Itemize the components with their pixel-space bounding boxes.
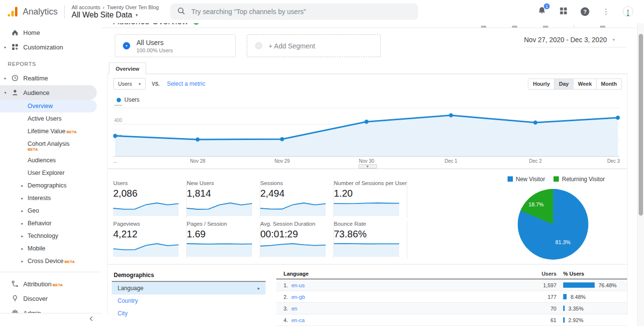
chart-controls: Users ▾ VS. Select a metric HourlyDayWee… — [113, 78, 622, 90]
sidebar-item-realtime[interactable]: ▸Realtime — [0, 71, 97, 85]
metric-label[interactable]: New Users — [187, 180, 252, 186]
metric-dropdown[interactable]: Users ▾ — [113, 78, 146, 90]
metric-sparkline — [260, 242, 326, 257]
table-row-en-us: 1.en-us1,59776.48% — [276, 279, 627, 291]
kebab-menu-button[interactable]: ⋮ — [602, 7, 610, 16]
page-title: Audience Overview — [113, 23, 188, 27]
sidebar-item-audience[interactable]: ▾Audience — [0, 85, 97, 100]
search-bar[interactable] — [170, 3, 418, 20]
sidebar-item-label: User Explorer — [28, 170, 64, 176]
group-title-demographics: Demographics — [112, 269, 266, 282]
sidebar-section-label: REPORTS — [8, 61, 102, 67]
sidebar-item-home[interactable]: Home — [0, 25, 97, 40]
sidebar-item-cohort-analysis[interactable]: Cohort AnalysisBETA — [0, 138, 97, 154]
legend-new-visitor: New Visitor — [508, 176, 545, 183]
sidebar-item-cross-device[interactable]: ▸Cross DeviceBETA — [0, 255, 97, 267]
dimension-country[interactable]: Country — [112, 295, 266, 307]
metric-label[interactable]: Avg. Session Duration — [260, 221, 326, 227]
granularity-hourly[interactable]: Hourly — [528, 79, 554, 89]
sidebar-item-audiences[interactable]: Audiences — [0, 154, 97, 167]
metric-label[interactable]: Number of Sessions per User — [334, 180, 399, 186]
date-range-picker[interactable]: Nov 27, 2020 - Dec 3, 2020 ▾ — [524, 36, 627, 47]
main-content: Audience Overview All Users 100.00% User… — [102, 23, 644, 326]
notifications-button[interactable]: 1 — [538, 6, 546, 17]
sidebar-item-active-users[interactable]: Active Users — [0, 112, 97, 125]
language-link[interactable]: en — [291, 306, 297, 311]
chevron-right-icon[interactable]: ▸ — [21, 196, 28, 201]
chevron-right-icon[interactable]: ▸ — [3, 76, 8, 80]
metric-label[interactable]: Sessions — [260, 180, 326, 186]
sidebar-item-technology[interactable]: ▸Technology — [0, 230, 97, 242]
granularity-week[interactable]: Week — [573, 79, 596, 89]
segment-all-users[interactable]: All Users 100.00% Users — [115, 34, 236, 57]
sidebar-item-attribution[interactable]: AttributionBETA — [0, 277, 97, 291]
row-rank: 1. — [284, 282, 288, 288]
chevron-left-icon — [88, 315, 95, 322]
scrollbar-thumb[interactable] — [639, 34, 643, 216]
chevron-down-icon: ▾ — [613, 37, 615, 42]
help-button[interactable]: ? — [581, 7, 589, 16]
metric-label[interactable]: Pageviews — [113, 221, 179, 227]
add-segment-button[interactable]: + Add Segment — [247, 34, 381, 57]
dimension-city[interactable]: City — [112, 307, 266, 320]
view-name: All Web Site Data — [72, 11, 132, 19]
chevron-right-icon[interactable]: ▸ — [21, 234, 28, 238]
analytics-logo[interactable]: Analytics — [0, 6, 58, 17]
metric-sparkline — [334, 242, 399, 257]
pct-value: 2.92% — [569, 317, 584, 323]
sidebar-item-demographics[interactable]: ▸Demographics — [0, 179, 97, 192]
sidebar-item-overview[interactable]: Overview — [0, 100, 97, 112]
chevron-right-icon[interactable]: ▸ — [21, 209, 28, 213]
tab-overview[interactable]: Overview — [109, 62, 146, 74]
select-metric-link[interactable]: Select a metric — [167, 80, 205, 87]
chevron-down-icon[interactable]: ▾ — [3, 91, 8, 95]
search-input[interactable] — [191, 8, 411, 16]
sidebar-item-geo[interactable]: ▸Geo — [0, 204, 97, 217]
view-selector[interactable]: All Web Site Data ▾ — [72, 11, 159, 19]
language-link[interactable]: en-ca — [291, 317, 305, 323]
col-header-pct-users: % Users — [556, 271, 627, 277]
sidebar-item-interests[interactable]: ▸Interests — [0, 192, 97, 204]
granularity-month[interactable]: Month — [596, 79, 621, 89]
collapse-sidebar-button[interactable] — [88, 315, 95, 324]
save-icon[interactable] — [481, 26, 486, 28]
export-icon[interactable] — [512, 26, 517, 28]
language-link[interactable]: en-us — [291, 282, 305, 288]
share-icon[interactable] — [543, 26, 548, 28]
metric-card-users: Users2,086 — [113, 180, 187, 218]
chevron-right-icon[interactable]: ▸ — [21, 259, 28, 264]
verified-check-icon — [193, 23, 199, 25]
metric-label[interactable]: Users — [113, 180, 179, 186]
chevron-right-icon[interactable]: ▸ — [21, 247, 28, 251]
presence-dot — [627, 15, 629, 16]
metric-label[interactable]: Pages / Session — [187, 221, 252, 227]
chevron-right-icon[interactable]: ▸ — [3, 45, 8, 49]
dimension-language[interactable]: Language▸ — [112, 282, 266, 295]
language-table: Language Users % Users 1.en-us1,59776.48… — [276, 269, 627, 326]
beta-badge: BETA — [66, 130, 76, 134]
annotations-strip: ▾ — [108, 165, 627, 169]
apps-grid-button[interactable] — [559, 7, 568, 17]
breadcrumb-all-accounts[interactable]: All accounts — [72, 4, 100, 10]
group-title-system: System — [112, 323, 266, 326]
metric-label[interactable]: Bounce Rate — [334, 221, 399, 227]
insights-icon[interactable] — [600, 26, 605, 28]
sidebar-item-lifetime-value[interactable]: Lifetime ValueBETA — [0, 125, 97, 138]
sidebar-item-behavior[interactable]: ▸Behavior — [0, 217, 97, 230]
chevron-right-icon[interactable]: ▸ — [21, 184, 28, 188]
annotations-expander[interactable]: ▾ — [359, 164, 377, 169]
breadcrumb-property[interactable]: Twenty Over Ten Blog — [107, 4, 159, 10]
sidebar-item-discover[interactable]: Discover — [0, 291, 97, 306]
bulb-icon — [11, 295, 19, 302]
sidebar-item-user-explorer[interactable]: User Explorer — [0, 167, 97, 179]
sidebar-item-label: Behavior — [28, 220, 51, 227]
date-range-value: Nov 27, 2020 - Dec 3, 2020 — [524, 36, 607, 44]
sidebar-item-customization[interactable]: ▸Customization — [0, 40, 97, 54]
chevron-right-icon[interactable]: ▸ — [21, 221, 28, 226]
avatar[interactable]: t — [623, 6, 633, 17]
granularity-day[interactable]: Day — [554, 79, 573, 89]
sidebar-item-label: Geo — [28, 207, 39, 214]
language-link[interactable]: en-gb — [291, 294, 305, 300]
sidebar-item-mobile[interactable]: ▸Mobile — [0, 242, 97, 255]
table-body: 1.en-us1,59776.48%2.en-gb1778.48%3.en703… — [276, 279, 627, 326]
